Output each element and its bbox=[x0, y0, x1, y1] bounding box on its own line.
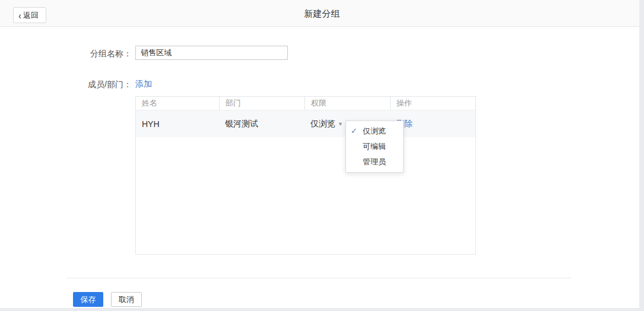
save-button[interactable]: 保存 bbox=[73, 292, 103, 307]
group-name-label: 分组名称： bbox=[59, 49, 132, 59]
permission-dropdown-menu: ✓ 仅浏览 可编辑 管理员 bbox=[345, 120, 404, 173]
column-header-permission: 权限 bbox=[304, 97, 390, 110]
dropdown-option-label: 管理员 bbox=[363, 157, 386, 166]
column-header-department: 部门 bbox=[219, 97, 304, 110]
top-bar: ‹ 返回 新建分组 bbox=[0, 0, 644, 27]
caret-down-icon: ▼ bbox=[338, 121, 343, 127]
cancel-button[interactable]: 取消 bbox=[111, 292, 142, 307]
dropdown-option-label: 仅浏览 bbox=[363, 126, 386, 135]
dropdown-option-editable[interactable]: 可编辑 bbox=[346, 139, 403, 154]
page-title: 新建分组 bbox=[0, 8, 644, 20]
add-member-link[interactable]: 添加 bbox=[135, 79, 152, 90]
table-row: HYH 银河测试 仅浏览▼ 删除 bbox=[136, 110, 475, 137]
horizontal-scrollbar[interactable] bbox=[0, 308, 644, 311]
cell-name: HYH bbox=[136, 119, 219, 129]
dropdown-option-view-only[interactable]: ✓ 仅浏览 bbox=[346, 123, 403, 139]
permission-value: 仅浏览 bbox=[310, 119, 335, 128]
new-group-page: ‹ 返回 新建分组 分组名称： 成员/部门： 添加 姓名 部门 权限 操作 HY… bbox=[0, 0, 644, 311]
members-label: 成员/部门： bbox=[59, 80, 132, 90]
column-header-action: 操作 bbox=[390, 97, 475, 110]
dropdown-option-admin[interactable]: 管理员 bbox=[346, 154, 403, 170]
permission-dropdown-trigger[interactable]: 仅浏览▼ bbox=[310, 119, 343, 128]
cell-department: 银河测试 bbox=[219, 119, 304, 129]
dropdown-option-label: 可编辑 bbox=[363, 142, 386, 151]
group-name-input[interactable] bbox=[135, 46, 288, 60]
check-icon: ✓ bbox=[351, 123, 357, 139]
table-header-row: 姓名 部门 权限 操作 bbox=[136, 97, 475, 110]
members-table: 姓名 部门 权限 操作 HYH 银河测试 仅浏览▼ 删除 bbox=[135, 96, 476, 255]
footer-divider bbox=[66, 278, 571, 278]
vertical-scrollbar[interactable] bbox=[639, 0, 644, 311]
column-header-name: 姓名 bbox=[136, 97, 219, 110]
